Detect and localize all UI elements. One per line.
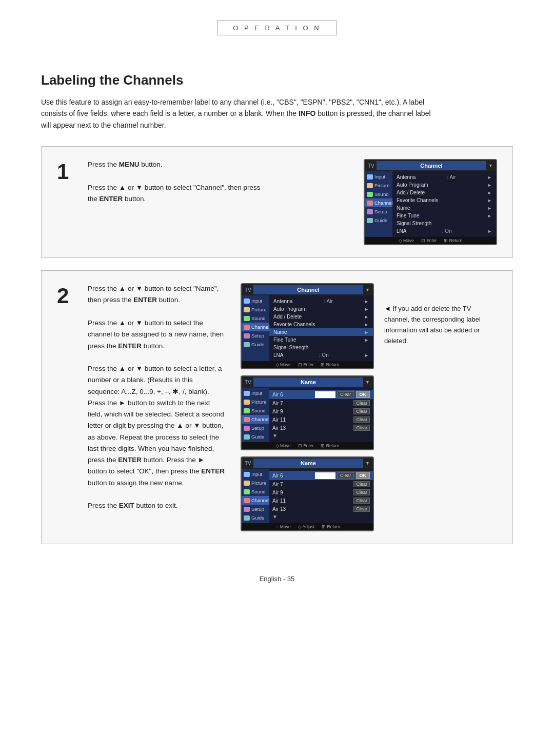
name2-sidebar-setup: Setup — [242, 505, 269, 513]
page-wrapper: O P E R A T I O N Labeling the Channels … — [0, 0, 554, 756]
name-clear-air9[interactable]: Clear — [353, 408, 370, 414]
tv-name-menu-1: Air 6 Clear OK Air 7 Clear Air 9 — [269, 388, 373, 442]
menu2-fine: Fine Tune► — [269, 336, 373, 344]
sidebar2-guide: Guide — [242, 340, 269, 349]
name2-clear-air13[interactable]: Clear — [353, 506, 370, 512]
menu-favorite: Favorite Channels► — [392, 196, 496, 204]
name-clear-air7[interactable]: Clear — [353, 400, 370, 406]
name2-sidebar-guide: Guide — [242, 513, 269, 522]
name2-row-air6: Air 6 Clear OK — [269, 471, 373, 480]
sidebar-guide: Guide — [365, 216, 392, 225]
name2-row-air11: Air 11 Clear — [269, 496, 373, 505]
name-sidebar-input: Input — [242, 389, 269, 397]
name-row-air11: Air 11 Clear — [269, 415, 373, 424]
name2-sidebar-picture: Picture — [242, 479, 269, 487]
sidebar2-setup: Setup — [242, 331, 269, 340]
section-2-number: 2 — [57, 285, 72, 307]
intro-text: Use this feature to assign an easy-to-re… — [41, 96, 441, 131]
tv-menu-1: Antenna: Air► Auto Program► Add / Delete… — [392, 171, 496, 237]
sidebar2-picture: Picture — [242, 305, 269, 314]
menu2-signal: Signal Strength — [269, 344, 373, 351]
menu-add-delete: Add / Delete► — [392, 189, 496, 196]
name-row-air7: Air 7 Clear — [269, 399, 373, 407]
sidebar2-sound: Sound — [242, 314, 269, 323]
menu2-antenna: Antenna: Air► — [269, 297, 373, 305]
tv-footer-2: ◇ Move ⊡ Enter ⊞ Return — [242, 361, 373, 368]
menu2-auto: Auto Program► — [269, 305, 373, 313]
section-2-box: 2 Press the ▲ or ▼ button to select "Nam… — [41, 270, 513, 544]
page-title: Labeling the Channels — [41, 72, 513, 88]
section-1-box: 1 Press the MENU button. Press the ▲ or … — [41, 146, 513, 258]
tv-footer-1: ◇ Move ⊡ Enter ⊞ Return — [365, 237, 496, 244]
name-row-air9: Air 9 Clear — [269, 407, 373, 415]
tv-name-menu-2: Air 6 Clear OK Air 7 Clear Air 9 — [269, 469, 373, 523]
tv-name-header-2: Name — [253, 459, 363, 468]
section-1-number: 1 — [57, 161, 72, 183]
name2-sidebar-input: Input — [242, 470, 269, 479]
section-2-content: Press the ▲ or ▼ button to select "Name"… — [88, 283, 225, 511]
section-1-text: Press the MENU button. Press the ▲ or ▼ … — [88, 159, 262, 205]
name2-clear-air7[interactable]: Clear — [353, 481, 370, 487]
name-sidebar-picture: Picture — [242, 397, 269, 406]
menu-antenna: Antenna: Air► — [392, 173, 496, 181]
operation-label: O P E R A T I O N — [217, 21, 337, 35]
section-1-content: Press the MENU button. Press the ▲ or ▼ … — [88, 159, 348, 205]
section2-right: TV Channel ▼ Input Picture — [241, 283, 497, 531]
section-2-screens: TV Channel ▼ Input Picture — [241, 283, 374, 531]
sidebar2-channel: Channel — [242, 323, 269, 331]
name2-row-air9: Air 9 Clear — [269, 488, 373, 496]
tv-name-sidebar-2: Input Picture Sound Channel — [242, 469, 269, 523]
name-ok-btn[interactable]: OK — [356, 391, 370, 398]
sidebar-setup: Setup — [365, 207, 392, 216]
name-clear-air11[interactable]: Clear — [353, 416, 370, 423]
name2-sidebar-channel: Channel — [242, 496, 269, 505]
name2-row-air7: Air 7 Clear — [269, 480, 373, 488]
name2-input-air6[interactable] — [315, 472, 335, 479]
name-row-air6: Air 6 Clear OK — [269, 390, 373, 399]
tv-header-1: Channel — [377, 161, 486, 170]
menu2-add: Add / Delete► — [269, 313, 373, 321]
name-clear-air13[interactable]: Clear — [353, 425, 370, 431]
name2-clear-air9[interactable]: Clear — [353, 489, 370, 495]
footer-page: English - 35 — [41, 575, 513, 583]
name2-ok-btn[interactable]: OK — [356, 472, 370, 479]
name-row-air13: Air 13 Clear — [269, 424, 373, 432]
tv-sidebar-1: Input Picture Sound Channel Setup — [365, 171, 392, 237]
menu2-lna: LNA: On► — [269, 351, 373, 359]
tv-name-footer-2: ↔ Move ◇ Adjust ⊞ Return — [242, 523, 373, 530]
name2-row-air13: Air 13 Clear — [269, 505, 373, 513]
name2-clear-air11[interactable]: Clear — [353, 498, 370, 504]
sidebar-sound: Sound — [365, 190, 392, 198]
tv-screen-2: TV Channel ▼ Input Picture — [241, 283, 374, 369]
section-1-screens: TV Channel ▼ Input Picture Sound — [364, 159, 497, 245]
menu-fine-tune: Fine Tune► — [392, 212, 496, 220]
name-sidebar-setup: Setup — [242, 424, 269, 432]
section-2-text: Press the ▲ or ▼ button to select "Name"… — [88, 283, 225, 511]
sidebar-picture: Picture — [365, 181, 392, 190]
name-clear-air6[interactable]: Clear — [338, 391, 354, 397]
menu-auto-program: Auto Program► — [392, 181, 496, 189]
name-sidebar-sound: Sound — [242, 406, 269, 415]
tv-name-footer-1: ◇ Move ⊡ Enter ⊞ Return — [242, 442, 373, 449]
name-sidebar-guide: Guide — [242, 432, 269, 441]
tv-name-screen-2: TV Name ▼ Input Picture — [241, 456, 374, 531]
name-sidebar-channel: Channel — [242, 415, 269, 424]
menu2-name: Name► — [269, 328, 373, 336]
sidebar-channel: Channel — [365, 198, 392, 207]
sidebar-input: Input — [365, 172, 392, 181]
tv-screen-1: TV Channel ▼ Input Picture Sound — [364, 159, 497, 245]
name2-clear-air6[interactable]: Clear — [338, 472, 354, 479]
tv-sidebar-2: Input Picture Sound Channel — [242, 295, 269, 361]
name2-sidebar-sound: Sound — [242, 487, 269, 496]
name-input-air6[interactable] — [315, 391, 335, 398]
tv-name-screen-1: TV Name ▼ Input Picture — [241, 375, 374, 450]
tv-name-header-1: Name — [253, 377, 363, 387]
sidebar2-input: Input — [242, 296, 269, 305]
menu-signal: Signal Strength — [392, 220, 496, 227]
tv-name-sidebar-1: Input Picture Sound Channel — [242, 388, 269, 442]
menu2-fav: Favorite Channels► — [269, 321, 373, 328]
side-note: If you add or delete the TV channel, the… — [384, 283, 497, 346]
menu-lna: LNA: On► — [392, 227, 496, 235]
tv-menu-2: Antenna: Air► Auto Program► Add / Delete… — [269, 295, 373, 361]
tv-header-2: Channel — [253, 285, 363, 294]
